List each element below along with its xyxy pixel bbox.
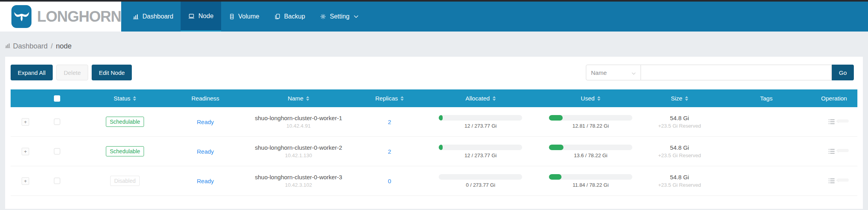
used-metric: 12.81 / 78.22 Gi [549,115,632,129]
node-ip: 10.42.3.102 [255,182,342,188]
sort-icons[interactable] [401,96,404,101]
sort-icons[interactable] [597,96,600,101]
expand-row-button[interactable]: + [22,148,29,155]
edit-node-button[interactable]: Edit Node [92,65,132,80]
bar-chart-icon [5,42,11,50]
filter-field-select[interactable]: Name [586,65,641,80]
used-progress-bar [549,145,632,150]
status-badge: Schedulable [106,117,144,127]
node-ip: 10.42.4.91 [255,123,342,129]
expand-row-button[interactable]: + [22,118,29,126]
readiness-link[interactable]: Ready [197,178,214,184]
brand-name: LONGHORN [37,8,121,25]
nav-item-dashboard[interactable]: Dashboard [125,2,181,32]
status-badge: Schedulable [106,146,144,156]
search-group: Name Go [586,65,854,80]
main-nav: Dashboard Node Volume Backup Setting [121,2,366,32]
used-label: 11.84 / 78.22 Gi [573,182,609,188]
used-progress-bar [549,174,632,180]
nav-item-backup[interactable]: Backup [267,2,312,32]
node-name: shuo-longhorn-cluster-0-worker-1 [255,115,342,121]
allocated-progress-bar [439,174,522,180]
operation-pill [837,178,849,182]
size-reserved-note: +23.5 Gi Reserved [658,182,701,188]
replicas-link[interactable]: 2 [388,119,391,125]
nav-label: Dashboard [142,13,173,20]
brand-block[interactable]: LONGHORN [0,2,121,32]
sort-icons[interactable] [133,96,136,101]
header-replicas[interactable]: Replicas [362,95,417,102]
breadcrumb-current: node [56,42,72,50]
breadcrumb-separator: / [50,42,54,50]
toolbar: Expand All Delete Edit Node Name Go [11,65,857,80]
nav-label: Volume [238,13,259,20]
select-all-checkbox[interactable] [54,95,60,102]
app-header: LONGHORN Dashboard Node Volume Backup [0,2,868,32]
nav-label: Setting [330,13,349,20]
node-table: Status Readiness Name Replicas Allocated… [11,89,857,196]
backup-icon [274,13,281,20]
search-input[interactable] [641,65,832,80]
allocated-label: 12 / 273.77 Gi [464,152,497,158]
readiness-link[interactable]: Ready [197,148,214,155]
expand-all-button[interactable]: Expand All [11,65,53,80]
table-row: + Schedulable Ready shuo-longhorn-cluste… [11,137,857,166]
header-tags: Tags [722,95,811,102]
row-checkbox[interactable] [54,178,60,184]
content-card: Expand All Delete Edit Node Name Go Stat… [5,57,863,209]
header-used[interactable]: Used [544,95,637,102]
nav-item-setting[interactable]: Setting [312,2,366,32]
header-operation: Operation [811,95,857,102]
breadcrumb-dashboard[interactable]: Dashboard [13,42,48,50]
size-value: 54.8 Gi [658,174,701,180]
allocated-metric: 12 / 273.77 Gi [439,115,522,129]
table-header-row: Status Readiness Name Replicas Allocated… [11,89,857,107]
laptop-icon [188,13,195,19]
status-badge: Disabled [110,176,139,186]
nav-label: Node [198,13,213,20]
header-name[interactable]: Name [235,95,362,102]
expand-row-button[interactable]: + [22,177,29,185]
sort-icons[interactable] [306,96,309,101]
header-readiness: Readiness [176,95,235,102]
header-allocated[interactable]: Allocated [417,95,544,102]
bull-icon [13,7,31,26]
nav-label: Backup [284,13,305,20]
go-button[interactable]: Go [832,65,854,80]
nav-item-node[interactable]: Node [181,2,221,32]
readiness-link[interactable]: Ready [197,119,214,125]
nav-item-volume[interactable]: Volume [221,2,267,32]
allocated-progress-bar [439,145,522,150]
replicas-link[interactable]: 0 [388,178,391,184]
size-value: 54.8 Gi [658,115,701,121]
header-status[interactable]: Status [74,95,175,102]
filter-field-value: Name [591,69,607,76]
table-row: + Schedulable Ready shuo-longhorn-cluste… [11,107,857,137]
sort-icons[interactable] [685,96,688,101]
bar-chart-icon [133,13,139,20]
allocated-progress-bar [439,115,522,121]
node-ip: 10.42.1.130 [255,152,342,158]
volume-icon [229,13,235,20]
operation-pill [837,119,849,123]
size-value: 54.8 Gi [658,144,701,151]
breadcrumb: Dashboard / node [0,32,868,50]
node-name: shuo-longhorn-cluster-0-worker-2 [255,144,342,151]
header-size[interactable]: Size [637,95,722,102]
table-row: + Disabled Ready shuo-longhorn-cluster-0… [11,166,857,196]
used-label: 12.81 / 78.22 Gi [573,123,609,129]
replicas-link[interactable]: 2 [388,148,391,155]
chevron-down-icon [354,15,358,18]
longhorn-logo [11,5,31,28]
sort-icons[interactable] [493,96,496,101]
size-reserved-note: +23.5 Gi Reserved [658,123,701,129]
node-name: shuo-longhorn-cluster-0-worker-3 [255,174,342,180]
allocated-metric: 12 / 273.77 Gi [439,145,522,158]
row-checkbox[interactable] [54,148,60,154]
allocated-label: 0 / 273.77 Gi [466,182,495,188]
row-checkbox[interactable] [54,119,60,125]
used-metric: 11.84 / 78.22 Gi [549,174,632,188]
allocated-label: 12 / 273.77 Gi [464,123,497,129]
delete-button[interactable]: Delete [56,65,88,80]
allocated-metric: 0 / 273.77 Gi [439,174,522,188]
